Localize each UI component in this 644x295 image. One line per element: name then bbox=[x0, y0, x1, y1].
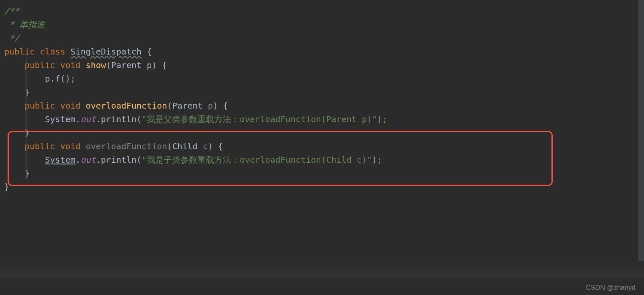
code-line: } bbox=[0, 180, 644, 194]
brace: { bbox=[142, 46, 152, 57]
param-type: Child bbox=[172, 141, 202, 151]
code-line: public void show(Parent p) { bbox=[0, 58, 644, 72]
method-name: show bbox=[86, 60, 106, 70]
code-line: p.f(); bbox=[0, 72, 644, 85]
param-type: Parent bbox=[172, 101, 207, 111]
code-line: * 单指派 bbox=[0, 18, 644, 31]
string-literal: "我是子类参数重载方法：overloadFunction(Child c)" bbox=[142, 155, 372, 165]
field-out: out bbox=[81, 114, 96, 124]
code-editor[interactable]: /** * 单指派 */ public class SingleDispatch… bbox=[0, 0, 644, 198]
code-line: public void overloadFunction(Parent p) { bbox=[0, 99, 644, 112]
code-line: } bbox=[0, 126, 644, 139]
keyword-void: void bbox=[60, 101, 85, 111]
method-name: overloadFunction bbox=[86, 101, 167, 111]
keyword-void: void bbox=[60, 60, 85, 70]
keyword-public: public bbox=[4, 60, 60, 70]
param-type: Parent bbox=[111, 60, 147, 70]
scrollbar-track[interactable] bbox=[638, 0, 644, 262]
code-line: } bbox=[0, 85, 644, 99]
method-name: overloadFunction bbox=[86, 141, 167, 151]
code-line: public void overloadFunction(Child c) { bbox=[0, 139, 644, 153]
watermark-text: CSDN @zhanyd bbox=[586, 284, 636, 292]
code-line: /** bbox=[0, 4, 644, 18]
keyword-public: public bbox=[4, 46, 40, 57]
code-line: */ bbox=[0, 31, 644, 45]
string-literal: "我是父类参数重载方法：overloadFunction(Parent p)" bbox=[142, 114, 377, 124]
code-line: System.out.println("我是父类参数重载方法：overloadF… bbox=[0, 112, 644, 126]
comment-text: * 单指派 bbox=[4, 19, 45, 30]
keyword-class: class bbox=[40, 46, 70, 57]
code-line: public class SingleDispatch { bbox=[0, 45, 644, 58]
class-name: SingleDispatch bbox=[71, 46, 142, 57]
comment-text: */ bbox=[4, 33, 19, 43]
code-line: System.out.println("我是子类参数重载方法：overloadF… bbox=[0, 153, 644, 167]
code-line: } bbox=[0, 167, 644, 180]
keyword-public: public bbox=[4, 101, 60, 111]
param-name: c bbox=[203, 141, 208, 151]
keyword-public: public bbox=[4, 141, 60, 151]
keyword-void: void bbox=[60, 141, 85, 151]
param-name: p bbox=[208, 101, 213, 111]
bottom-gradient bbox=[0, 261, 644, 278]
comment-text: /** bbox=[4, 6, 19, 16]
param-name: p bbox=[147, 60, 152, 70]
field-out: out bbox=[81, 155, 96, 165]
